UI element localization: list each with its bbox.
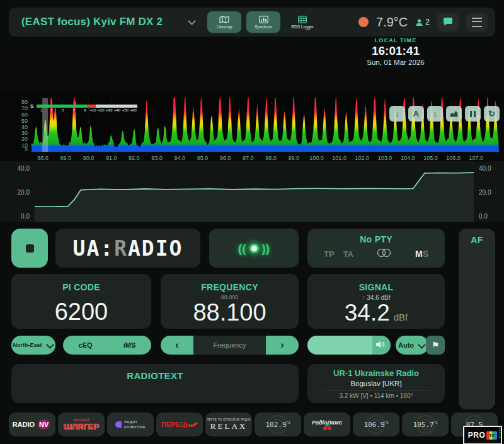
frequency-down-button[interactable]: ‹ — [161, 336, 193, 355]
svg-text:102.0: 102.0 — [355, 155, 370, 161]
s-meter-tick: 9 — [84, 108, 86, 112]
preset-radio-kultura[interactable]: РАДІОКУЛЬТУРА — [107, 413, 154, 436]
station-details: 3.2 kW [V] • 114 km • 180° — [307, 392, 445, 399]
protv-tv-icon: TV — [486, 431, 497, 440]
pi-code-label: PI CODE — [11, 282, 151, 292]
af-label: AF — [459, 235, 495, 245]
antenna-dropdown[interactable]: North-East — [11, 336, 55, 355]
menu-button[interactable] — [466, 13, 488, 31]
livemap-label: Livemap — [217, 25, 232, 29]
af-list-panel: AF — [459, 229, 495, 409]
ceq-button[interactable]: cEQ — [79, 341, 93, 349]
perets-logo: ПЕРЕЦЬ — [161, 421, 190, 428]
s-meter-tick: 7 — [73, 108, 75, 112]
preset-relax[interactable]: ЛЕГКЕ ТА СПОКІЙНЕ РАДІО RELAX — [205, 413, 252, 436]
volume-slider[interactable] — [307, 336, 391, 355]
radio-nv-label: RADIO — [13, 421, 35, 428]
download-icon: ↓ — [395, 109, 399, 118]
livemap-button[interactable]: Livemap — [207, 11, 241, 33]
preset-102-9[interactable]: 102.9™2 — [255, 413, 301, 436]
tp-flag: TP — [324, 249, 335, 259]
chat-button[interactable] — [437, 13, 459, 31]
preset-radio-nv[interactable]: RADIONV — [9, 413, 55, 436]
frequency-label: FREQUENCY — [161, 282, 299, 292]
s-meter-marker — [75, 101, 76, 105]
local-date-value: Sun, 01 Mar 2026 — [333, 59, 459, 66]
svg-text:70: 70 — [21, 105, 28, 111]
autoscale-icon: A — [413, 109, 419, 118]
preset-perets[interactable]: ПЕРЕЦЬ — [156, 413, 203, 436]
stereo-circles-icon — [377, 248, 391, 259]
preset-106-9[interactable]: 106.9™2 — [353, 413, 399, 436]
pause-icon — [470, 111, 472, 117]
protv-tv-text: TV — [486, 431, 497, 440]
protv-logo: PRO TV NET.UA — [463, 426, 502, 444]
protv-pro-text: PRO — [468, 431, 486, 440]
kultura-line1: РАДІО — [124, 420, 137, 424]
fm-dx-webserver-app: (EAST focus) Kyiv FM DX 2 Livemap Spectr… — [0, 0, 504, 444]
user-icon — [415, 18, 423, 26]
svg-text:94.0: 94.0 — [175, 155, 186, 161]
stereo-indicator-icon — [249, 244, 259, 253]
station-name[interactable]: UR-1 Ukrainske Radio — [307, 368, 445, 378]
chat-bubble-icon — [443, 18, 453, 26]
preset-shlyager[interactable]: ПЕРШИЙ ШЛЯГЕР — [58, 413, 105, 436]
radiotext-panel: RADIOTEXT — [11, 364, 299, 403]
spectrum-button[interactable]: Spectrum — [246, 11, 280, 33]
pepper-icon — [192, 421, 198, 427]
pty-panel: No PTY TP TA MS — [307, 229, 445, 268]
ims-button[interactable]: iMS — [123, 341, 136, 349]
area-chart-icon — [450, 110, 458, 117]
frequency-value[interactable]: 88.100 — [161, 300, 299, 324]
preset-105-7[interactable]: 105.7™2 — [402, 413, 449, 436]
listener-count: 2 — [415, 18, 430, 26]
chevron-down-icon[interactable] — [188, 17, 196, 25]
signal-unit[interactable]: dBf — [394, 312, 408, 322]
refresh-button[interactable]: ↻ — [484, 106, 500, 122]
cherries-icon — [323, 426, 331, 430]
frequency-up-button[interactable]: › — [266, 336, 299, 355]
weather-icon — [358, 17, 369, 27]
station-info-panel[interactable]: UR-1 Ukrainske Radio Boguslav [UKR] 3.2 … — [307, 364, 445, 403]
svg-text:50: 50 — [21, 118, 28, 124]
svg-text:105.0: 105.0 — [423, 155, 438, 161]
divider — [323, 390, 430, 390]
rds-logger-label: RDS Logger — [291, 25, 314, 29]
rds-logger-button[interactable]: RDS Logger — [285, 11, 319, 33]
svg-text:60: 60 — [21, 111, 28, 118]
radio-waves-icon — [416, 415, 435, 434]
ukraine-flag-icon — [168, 18, 181, 27]
radio-waves-icon — [367, 415, 386, 434]
scale-toggle-button[interactable]: ↕ — [427, 106, 443, 122]
ps-name-panel: UA:RADIO — [55, 229, 200, 268]
report-flag-button[interactable]: ⚑ — [426, 336, 445, 355]
station-preset-bar: RADIONV ПЕРШИЙ ШЛЯГЕР РАДІОКУЛЬТУРА ПЕРЕ… — [9, 413, 498, 436]
signal-label: SIGNAL — [307, 282, 445, 292]
pause-button[interactable] — [465, 106, 481, 122]
svg-text:98.0: 98.0 — [265, 155, 277, 161]
graph-mode-button[interactable] — [446, 106, 462, 122]
server-title[interactable]: (EAST focus) Kyiv FM DX 2 — [21, 16, 163, 28]
stop-icon — [26, 244, 34, 253]
s-meter-tick: +60 — [130, 108, 137, 112]
ps-name: UA:RADIO — [73, 236, 183, 261]
table-icon — [298, 16, 307, 23]
audio-mode-dropdown[interactable]: Auto — [396, 336, 428, 355]
spectrum-label: Spectrum — [255, 25, 272, 29]
preset-radio-lux[interactable]: РадіоЛюкс — [304, 413, 350, 436]
hamburger-icon — [472, 18, 482, 27]
ms-speech-flag: S — [423, 249, 428, 259]
frequency-stepper: ‹ Frequency › — [161, 336, 299, 355]
download-button[interactable]: ↓ — [389, 106, 405, 122]
svg-text:101.0: 101.0 — [332, 155, 346, 161]
stereo-indicator-panel: (( )) — [209, 229, 299, 268]
tune-stop-button[interactable] — [11, 229, 48, 268]
s-meter-tick: 1 — [40, 108, 42, 112]
pty-value: No PTY — [324, 234, 428, 244]
spectrum-toolbar: ↓ A ↕ ↻ — [389, 106, 500, 122]
svg-text:0.0: 0.0 — [479, 213, 488, 220]
autoscale-button[interactable]: A — [408, 106, 424, 122]
speaker-icon[interactable] — [375, 340, 386, 351]
volume-fill — [307, 336, 372, 355]
frequency-stepper-label: Frequency — [193, 336, 266, 355]
